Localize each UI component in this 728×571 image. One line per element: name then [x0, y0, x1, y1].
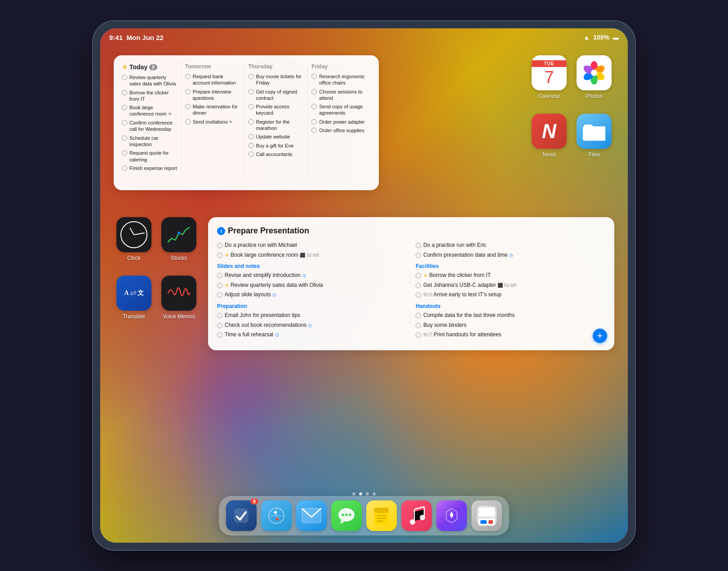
task-item[interactable]: Confirm conference call for Wednesday	[122, 120, 178, 133]
dock-shortcuts-icon[interactable]	[436, 500, 467, 531]
task-item[interactable]: Order office supplies	[311, 127, 367, 134]
dock-omnifocus-wrapper[interactable]: 9	[226, 500, 257, 531]
dock-shortcuts-wrapper[interactable]	[436, 500, 467, 531]
detail-task[interactable]: ★ Review quarterly sales data with Olivi…	[217, 282, 407, 289]
page-dot-1[interactable]	[352, 492, 355, 495]
dock-mimestream-wrapper[interactable]	[471, 500, 502, 531]
dock-mail-icon[interactable]	[296, 500, 327, 531]
app-clock-wrapper[interactable]: Clock	[114, 217, 154, 271]
calendar-label: Calendar	[538, 93, 560, 99]
voicememos-icon[interactable]	[161, 276, 196, 311]
task-item[interactable]: Request quote for catering	[122, 150, 178, 163]
svg-point-23	[349, 514, 351, 516]
detail-task[interactable]: Get Johanna's USB-C adapter ⬛ 6d left	[416, 282, 605, 289]
news-icon[interactable]: N	[532, 114, 567, 149]
task-item[interactable]: Finish expense report	[122, 165, 178, 171]
detail-task[interactable]: Email John for presentation tips	[217, 312, 407, 319]
task-item[interactable]: Borrow the clicker from IT	[122, 89, 178, 103]
dock-safari-icon[interactable]	[261, 500, 292, 531]
detail-task[interactable]: Do a practice run with Michael	[217, 242, 407, 249]
dock-mail-wrapper[interactable]	[296, 500, 327, 531]
prepare-presentation-widget[interactable]: i Prepare Presentation Do a practice run…	[208, 217, 614, 350]
top-apps-grid: TUE 7 Calendar	[529, 55, 614, 190]
app-stocks-wrapper[interactable]: Stocks	[159, 217, 199, 271]
page-dot-4[interactable]	[373, 492, 376, 495]
page-dots	[100, 492, 628, 495]
photos-icon[interactable]	[577, 55, 612, 90]
dock-music-wrapper[interactable]	[401, 500, 432, 531]
dock-messages-icon[interactable]	[331, 500, 362, 531]
svg-rect-11	[234, 509, 249, 523]
svg-marker-17	[273, 511, 277, 514]
detail-task[interactable]: 9/15 Arrive early to test IT's setup	[416, 291, 605, 299]
svg-rect-39	[480, 520, 487, 524]
dock-messages-wrapper[interactable]	[331, 500, 362, 531]
page-dot-3[interactable]	[366, 492, 369, 495]
app-voicememos-wrapper[interactable]: Voice Memos	[159, 276, 199, 330]
task-item[interactable]: Choose sessions to attend	[311, 89, 367, 102]
app-news-wrapper[interactable]: N News	[529, 114, 569, 168]
detail-task[interactable]: Time a full rehearsal ◷	[217, 331, 407, 339]
task-item[interactable]: Order power adapter	[311, 119, 367, 125]
svg-point-32	[410, 519, 415, 525]
today-column: ★ Today 9 Review quarterly sales data wi…	[122, 63, 182, 174]
detail-task[interactable]: Buy some binders	[416, 322, 605, 329]
tomorrow-column: Tomorrow Request bank account informatio…	[182, 63, 245, 174]
calendar-icon[interactable]: TUE 7	[532, 55, 567, 90]
translate-label: Translate	[123, 313, 145, 320]
dock-notes-icon[interactable]	[366, 500, 397, 531]
app-calendar-wrapper[interactable]: TUE 7 Calendar	[529, 55, 569, 109]
dock-safari-wrapper[interactable]	[261, 500, 292, 531]
dock: 9	[219, 496, 509, 535]
task-item[interactable]: Request bank account information	[185, 73, 241, 86]
detail-task[interactable]: Compile data for the last three months	[416, 312, 605, 319]
detail-task[interactable]: ★ Book large conference room ⬛ 3d left	[217, 252, 407, 259]
add-reminder-button[interactable]: +	[593, 329, 607, 343]
task-item[interactable]: Review quarterly sales data with Olivia	[122, 74, 178, 87]
detail-task[interactable]: Confirm presentation date and time ◷	[416, 252, 605, 259]
detail-task[interactable]: 9/17 Print handouts for attendees	[416, 331, 605, 339]
reminders-widget[interactable]: ★ Today 9 Review quarterly sales data wi…	[114, 55, 379, 190]
stocks-icon[interactable]	[161, 217, 196, 252]
detail-task[interactable]: Revise and simplify introduction ◷	[217, 272, 407, 279]
dock-omnifocus-icon[interactable]	[226, 500, 257, 531]
detail-task[interactable]: Do a practice run with Eric	[416, 242, 605, 249]
omnifocus-badge: 9	[250, 499, 258, 504]
battery-percent: 100%	[593, 34, 609, 41]
dock-notes-wrapper[interactable]	[366, 500, 397, 531]
clock-label: Clock	[127, 255, 141, 261]
translate-icon[interactable]: A ⇌ 文	[116, 276, 151, 311]
clock-icon[interactable]	[116, 217, 151, 252]
app-files-wrapper[interactable]: Files	[574, 114, 614, 168]
task-item[interactable]: Get copy of signed contract	[249, 89, 304, 102]
task-item[interactable]: Research ergonomic office chairs	[311, 73, 367, 86]
task-item[interactable]: Call accountants	[249, 151, 304, 157]
task-item[interactable]: Make reservation for dinner	[185, 103, 241, 116]
task-item[interactable]: Buy movie tickets for Friday	[249, 73, 304, 86]
task-item[interactable]: Update website	[249, 134, 304, 140]
svg-point-33	[420, 515, 425, 520]
dock-mimestream-icon[interactable]	[471, 500, 502, 531]
app-translate-wrapper[interactable]: A ⇌ 文 Translate	[114, 276, 154, 330]
task-item[interactable]: Send copy of usage agreements	[311, 103, 367, 116]
today-header: ★ Today 9	[122, 63, 178, 71]
detail-title: Prepare Presentation	[228, 226, 309, 236]
detail-task[interactable]: ★ Borrow the clicker from IT	[416, 272, 605, 279]
detail-task[interactable]: Check out book recommendations ◷	[217, 322, 407, 329]
task-item[interactable]: Provide access keycard	[249, 103, 304, 116]
files-icon[interactable]	[577, 114, 612, 149]
svg-rect-40	[488, 520, 493, 524]
page-dot-2[interactable]	[359, 492, 362, 495]
task-item[interactable]: Prepare interview questions	[185, 89, 241, 102]
files-label: Files	[588, 152, 599, 158]
friday-column: Friday Research ergonomic office chairs …	[308, 63, 371, 174]
task-item[interactable]: Send invitations ⚑	[185, 119, 241, 125]
app-photos-wrapper[interactable]: Photos	[574, 55, 614, 109]
task-item[interactable]: Register for the marathon	[249, 119, 304, 132]
task-item[interactable]: Schedule car inspection	[122, 135, 178, 148]
dock-music-icon[interactable]	[401, 500, 432, 531]
task-item[interactable]: Book large conference room ⚑	[122, 104, 178, 117]
task-item[interactable]: Buy a gift for Eve	[249, 143, 304, 149]
detail-task[interactable]: Adjust slide layouts ◷	[217, 291, 407, 299]
left-apps-grid: Clock Stocks	[114, 217, 199, 330]
